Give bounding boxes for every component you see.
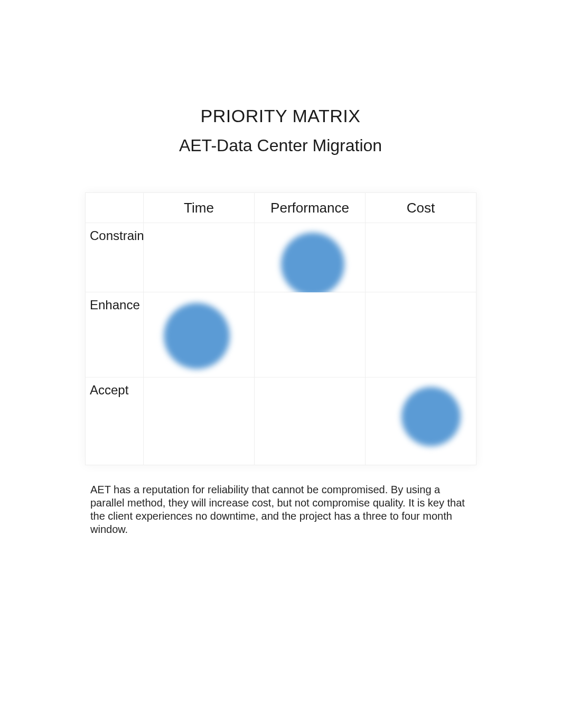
document-page: PRIORITY MATRIX AET-Data Center Migratio… [0, 0, 561, 728]
cell-accept-time [144, 377, 255, 465]
page-title: PRIORITY MATRIX [0, 106, 561, 126]
row-label-constrain: Constrain [86, 223, 144, 292]
row-label-enhance: Enhance [86, 292, 144, 377]
cell-accept-cost [366, 377, 476, 465]
row-label-accept: Accept [86, 377, 144, 465]
cell-constrain-time [144, 223, 255, 292]
page-subtitle: AET-Data Center Migration [0, 136, 561, 155]
cell-constrain-cost [366, 223, 476, 292]
dot-icon [164, 303, 230, 369]
matrix-row-accept: Accept [86, 377, 476, 465]
cell-enhance-cost [366, 292, 476, 377]
caption-text: AET has a reputation for reliability tha… [90, 483, 471, 536]
column-header-performance: Performance [255, 193, 366, 223]
title-block: PRIORITY MATRIX AET-Data Center Migratio… [0, 106, 561, 155]
cell-accept-performance [255, 377, 366, 465]
priority-matrix-table: Time Performance Cost Constrain Enhance [85, 192, 476, 465]
column-header-time: Time [144, 193, 255, 223]
matrix-row-enhance: Enhance [86, 292, 476, 377]
dot-icon [281, 233, 344, 296]
matrix-row-constrain: Constrain [86, 223, 476, 292]
cell-constrain-performance [255, 223, 366, 292]
dot-icon [401, 387, 461, 446]
column-header-cost: Cost [366, 193, 476, 223]
matrix-corner-blank [86, 193, 144, 223]
cell-enhance-performance [255, 292, 366, 377]
cell-enhance-time [144, 292, 255, 377]
priority-matrix: Time Performance Cost Constrain Enhance [85, 192, 476, 465]
